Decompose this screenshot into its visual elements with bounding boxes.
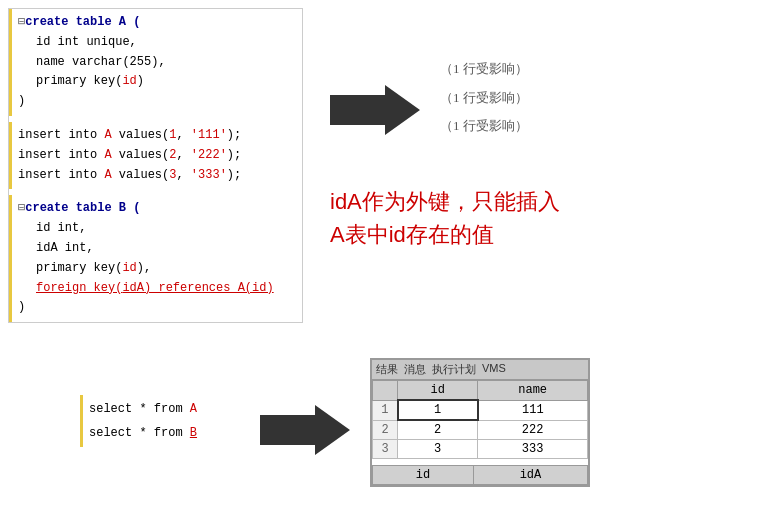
title-msg: 消息 <box>404 362 426 377</box>
table-b-header: id idA <box>372 465 588 485</box>
arrow-top <box>330 80 420 145</box>
chinese-line1: idA作为外键，只能插入 <box>330 185 730 218</box>
bottom-code-panel: select * from A select * from B <box>80 395 203 447</box>
insert-line2: insert into A values(2, '222'); <box>18 148 241 162</box>
result-1: （1 行受影响） <box>440 55 528 84</box>
col-rownum <box>373 381 398 401</box>
chinese-line2: A表中id存在的值 <box>330 218 730 251</box>
result-texts: （1 行受影响） （1 行受影响） （1 行受影响） <box>440 55 528 141</box>
block1-line4: primary key(id) <box>18 72 144 92</box>
block1-line5: ) <box>18 94 25 108</box>
select-a: select * from A <box>89 397 197 421</box>
title-plan: 执行计划 <box>432 362 476 377</box>
title-results: 结果 <box>376 362 398 377</box>
table-row: 3 3 333 <box>373 440 588 459</box>
svg-marker-1 <box>260 405 350 455</box>
row-id-2: 2 <box>398 420 478 440</box>
block3-line3: idA int, <box>18 239 94 259</box>
row-num-3: 3 <box>373 440 398 459</box>
row-id-1: 1 <box>398 400 478 420</box>
block3-line1: create table B ( <box>25 201 140 215</box>
result-2: （1 行受影响） <box>440 84 528 113</box>
col-b-id: id <box>373 466 474 485</box>
block1-line1: create table A ( <box>25 15 140 29</box>
title-vms: VMS <box>482 362 506 377</box>
svg-marker-0 <box>330 85 420 135</box>
code-block-inserts: insert into A values(1, '111'); insert i… <box>9 122 302 189</box>
insert-line3: insert into A values(3, '333'); <box>18 168 241 182</box>
arrow-bottom <box>260 400 350 465</box>
table-row: 2 2 222 <box>373 420 588 440</box>
code-block-create-table-b: ⊟create table B ( id int, idA int, prima… <box>9 195 302 322</box>
block3-line5: foreign key(idA) references A(id) <box>18 279 274 299</box>
block1-line2: id int unique, <box>18 33 137 53</box>
row-num-2: 2 <box>373 420 398 440</box>
block3-line2: id int, <box>18 219 86 239</box>
block3-line4: primary key(id), <box>18 259 151 279</box>
row-id-3: 3 <box>398 440 478 459</box>
col-b-ida: idA <box>473 466 587 485</box>
code-block-create-table-a: ⊟create table A ( id int unique, name va… <box>9 9 302 116</box>
row-num-1: 1 <box>373 400 398 420</box>
chinese-description: idA作为外键，只能插入 A表中id存在的值 <box>330 185 730 251</box>
table-container: 结果 消息 执行计划 VMS id name 1 1 111 2 2 222 <box>370 358 590 487</box>
table-title-bar: 结果 消息 执行计划 VMS <box>372 360 588 380</box>
table-a-data: id name 1 1 111 2 2 222 3 3 333 <box>372 380 588 459</box>
table-row: 1 1 111 <box>373 400 588 420</box>
block3-line6: ) <box>18 300 25 314</box>
row-name-1: 111 <box>478 400 588 420</box>
result-3: （1 行受影响） <box>440 112 528 141</box>
row-name-2: 222 <box>478 420 588 440</box>
col-id: id <box>398 381 478 401</box>
col-name: name <box>478 381 588 401</box>
select-b: select * from B <box>89 421 197 445</box>
code-panel-top: ⊟create table A ( id int unique, name va… <box>8 8 303 323</box>
insert-line1: insert into A values(1, '111'); <box>18 128 241 142</box>
block1-line3: name varchar(255), <box>18 53 166 73</box>
row-name-3: 333 <box>478 440 588 459</box>
